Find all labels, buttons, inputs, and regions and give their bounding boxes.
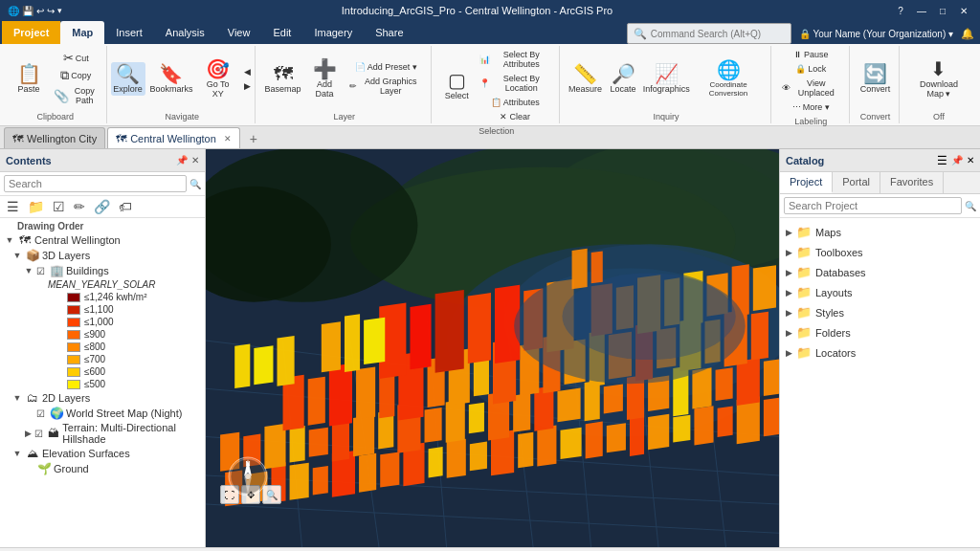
- select-button[interactable]: ▢ Select: [439, 69, 474, 102]
- notifications-icon[interactable]: 🔔: [961, 28, 974, 40]
- select-by-location-button[interactable]: 📍 Select By Location: [477, 72, 553, 95]
- contents-pin-button[interactable]: 📌: [176, 155, 188, 165]
- databases-icon: 📁: [796, 265, 812, 279]
- list-by-labeling-button[interactable]: 🏷: [116, 198, 135, 215]
- tab-project[interactable]: Project: [2, 21, 60, 44]
- legend-color-0: [67, 293, 80, 302]
- infographics-button[interactable]: 📈 Infographics: [643, 62, 689, 96]
- contents-close-button[interactable]: ✕: [191, 155, 199, 165]
- quick-access-save[interactable]: 💾: [22, 6, 33, 16]
- quick-access-redo[interactable]: ↪: [47, 6, 55, 16]
- forward-button[interactable]: ▶: [241, 79, 254, 93]
- measure-button[interactable]: 📏 Measure: [568, 62, 603, 96]
- explore-button[interactable]: 🔍 Explore: [111, 62, 145, 96]
- account-name[interactable]: 🔒 Your Name (Your Organization) ▾: [799, 29, 953, 39]
- svg-rect-88: [751, 312, 768, 361]
- select-by-attributes-button[interactable]: 📊 Select By Attributes: [477, 48, 553, 71]
- catalog-tab-favorites[interactable]: Favorites: [880, 172, 944, 193]
- help-button[interactable]: ?: [892, 2, 909, 19]
- svg-rect-29: [470, 442, 487, 472]
- catalog-styles-label: Styles: [815, 307, 844, 319]
- tree-item-3d-layers[interactable]: ▼ 📦 3D Layers: [0, 248, 205, 263]
- svg-rect-67: [764, 359, 779, 396]
- tree-item-central-wellington[interactable]: ▼ 🗺 Central Wellington: [0, 232, 205, 248]
- view-unplaced-button[interactable]: 👁 View Unplaced: [779, 77, 843, 99]
- list-by-editing-button[interactable]: ✏: [71, 198, 88, 215]
- tree-item-world-street[interactable]: ☑ 🌍 World Street Map (Night): [0, 406, 205, 421]
- back-button[interactable]: ◀: [241, 65, 254, 78]
- tab-imagery[interactable]: Imagery: [302, 21, 364, 44]
- basemap-button[interactable]: 🗺 Basemap: [263, 62, 302, 96]
- tree-item-buildings[interactable]: ▼ ☑ 🏢 Buildings: [0, 263, 205, 278]
- svg-rect-25: [380, 452, 399, 487]
- tab-wellington-city[interactable]: 🗺 Wellington City: [4, 127, 105, 148]
- list-by-drawing-order-button[interactable]: ☰: [4, 198, 22, 215]
- quick-access-undo[interactable]: ↩: [36, 6, 44, 16]
- catalog-item-folders[interactable]: ▶ 📁 Folders: [780, 322, 980, 342]
- tree-item-2d-layers[interactable]: ▼ 🗂 2D Layers: [0, 390, 205, 406]
- catalog-tab-portal[interactable]: Portal: [833, 172, 880, 193]
- tab-view[interactable]: View: [216, 21, 262, 44]
- labeling-more-button[interactable]: ⋯ More ▾: [779, 100, 843, 114]
- catalog-item-layouts[interactable]: ▶ 📁 Layouts: [780, 282, 980, 302]
- maximize-button[interactable]: □: [934, 2, 951, 19]
- legend-item-5: ≤700: [0, 353, 205, 365]
- legend-color-3: [67, 330, 80, 340]
- download-map-button[interactable]: ⬇ Download Map ▾: [907, 57, 970, 100]
- clear-button[interactable]: ✕ Clear: [477, 110, 553, 123]
- tree-item-ground[interactable]: 🌱 Ground: [0, 461, 205, 476]
- 3d-layers-icon: 📦: [25, 249, 40, 262]
- svg-rect-113: [591, 251, 603, 283]
- locate-button[interactable]: 🔎 Locate: [606, 62, 640, 96]
- catalog-tab-project[interactable]: Project: [780, 172, 833, 193]
- lock-button[interactable]: 🔒 Lock: [779, 62, 843, 76]
- add-preset-button[interactable]: 📄 Add Preset ▾: [346, 60, 425, 74]
- tree-item-terrain[interactable]: ▶ ☑ 🏔 Terrain: Multi-Directional Hillsha…: [0, 421, 205, 446]
- tab-edit[interactable]: Edit: [261, 21, 302, 44]
- catalog-search-input[interactable]: [784, 197, 962, 214]
- list-by-snapping-button[interactable]: 🔗: [91, 198, 113, 215]
- close-button[interactable]: ✕: [955, 2, 972, 19]
- list-by-selection-button[interactable]: ☑: [50, 198, 68, 215]
- compass[interactable]: N: [227, 455, 269, 499]
- add-tab-button[interactable]: +: [242, 129, 265, 148]
- clipboard-label: Clipboard: [10, 111, 100, 123]
- tab-map[interactable]: Map: [60, 21, 104, 44]
- catalog-close-button[interactable]: ✕: [967, 155, 974, 165]
- selection-label: Selection: [439, 125, 553, 138]
- catalog-item-databases[interactable]: ▶ 📁 Databases: [780, 262, 980, 282]
- contents-search-input[interactable]: [4, 175, 187, 192]
- copy-button[interactable]: ⧉ Copy: [51, 67, 100, 83]
- catalog-item-locators[interactable]: ▶ 📁 Locators: [780, 342, 980, 363]
- coordinate-conversion-button[interactable]: 🌐 Coordinate Conversion: [692, 58, 764, 99]
- copy-path-button[interactable]: 📎 Copy Path: [51, 84, 100, 107]
- catalog-item-toolboxes[interactable]: ▶ 📁 Toolboxes: [780, 242, 980, 262]
- map-area[interactable]: ⛶ ✥ 🔍 N: [206, 149, 779, 547]
- svg-rect-46: [290, 426, 305, 463]
- pause-button[interactable]: ⏸ Pause: [779, 48, 843, 61]
- minimize-button[interactable]: —: [913, 2, 930, 19]
- svg-rect-38: [673, 415, 690, 443]
- catalog-item-maps[interactable]: ▶ 📁 Maps: [780, 222, 980, 242]
- add-graphics-layer-button[interactable]: ✏ Add Graphics Layer: [346, 75, 425, 98]
- goto-xy-button[interactable]: 🎯 Go To XY: [197, 57, 238, 100]
- tab-central-wellington[interactable]: 🗺 Central Wellington ✕: [107, 127, 240, 148]
- convert-button[interactable]: 🔄 Convert: [857, 62, 895, 96]
- catalog-pin-button[interactable]: 📌: [951, 155, 963, 165]
- command-search[interactable]: 🔍: [627, 23, 791, 44]
- catalog-options-button[interactable]: ☰: [937, 154, 947, 167]
- close-central-wellington-tab[interactable]: ✕: [224, 134, 232, 143]
- tab-share[interactable]: Share: [364, 21, 414, 44]
- command-search-input[interactable]: [651, 29, 785, 39]
- tab-analysis[interactable]: Analysis: [154, 21, 216, 44]
- catalog-item-styles[interactable]: ▶ 📁 Styles: [780, 302, 980, 322]
- tree-item-elevation-surfaces[interactable]: ▼ ⛰ Elevation Surfaces: [0, 446, 205, 461]
- list-by-source-button[interactable]: 📁: [25, 198, 47, 215]
- svg-rect-91: [435, 290, 464, 373]
- add-data-button[interactable]: ➕ Add Data: [305, 57, 344, 100]
- cut-button[interactable]: ✂ Cut: [51, 50, 100, 66]
- tab-insert[interactable]: Insert: [104, 21, 154, 44]
- paste-button[interactable]: 📋 Paste: [10, 62, 48, 96]
- bookmarks-button[interactable]: 🔖 Bookmarks: [148, 62, 195, 96]
- attributes-button[interactable]: 📋 Attributes: [477, 96, 553, 109]
